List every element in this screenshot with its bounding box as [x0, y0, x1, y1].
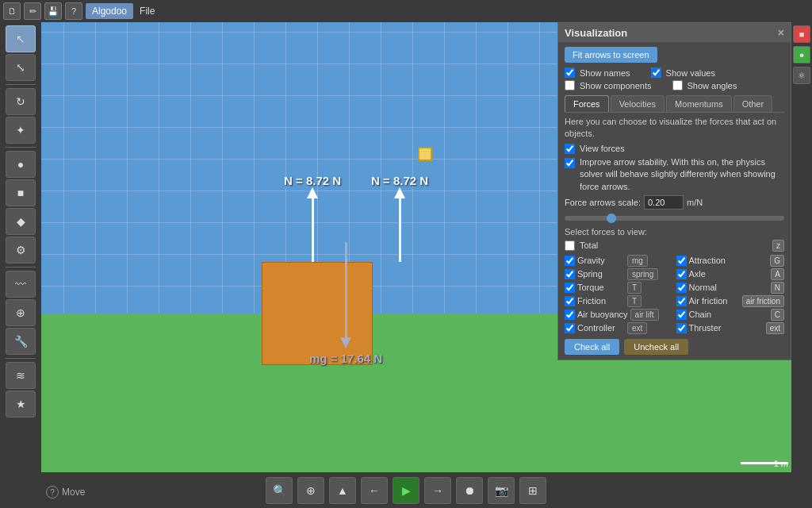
chain-label: Chain [689, 310, 737, 319]
show-names-checkbox[interactable] [565, 67, 575, 78]
improve-stability-label: Improve arrow stability. With this on, t… [580, 156, 784, 193]
step-btn[interactable]: → [424, 477, 451, 504]
axle-checkbox[interactable] [676, 269, 687, 279]
air-friction-row: Air friction air friction [676, 295, 785, 307]
arrow-shaft-up-right [399, 198, 401, 262]
air-buoyancy-row: Air buoyancy air lift [565, 309, 673, 321]
pan-tool[interactable]: ✦ [6, 117, 36, 144]
total-label: Total [580, 241, 627, 250]
force-scale-slider[interactable] [565, 216, 784, 221]
friction-row: Friction T [565, 295, 673, 307]
bottom-toolbar: ? Move 🔍 ⊕ ▲ ← ▶ → ⏺ 📷 ⊞ [0, 472, 812, 508]
file-menu[interactable]: File [133, 2, 161, 20]
force-arrow-gravity: mg = 17.64 N [309, 242, 382, 365]
force-scale-input[interactable] [644, 195, 684, 210]
air-friction-checkbox[interactable] [676, 296, 687, 306]
rotate-tool[interactable]: ↻ [6, 88, 36, 115]
force-label-1: N = 8.72 N [284, 174, 341, 187]
controller-label: Controller [577, 323, 625, 333]
screenshot-btn[interactable]: 📷 [488, 477, 515, 504]
show-components-checkbox[interactable] [565, 80, 575, 90]
force-scale-row: Force arrows scale: m/N [565, 195, 784, 210]
zoom-fit-btn[interactable]: ⊕ [297, 477, 324, 504]
torque-row: Torque T [565, 282, 673, 294]
hinge-tool[interactable]: ⊕ [6, 299, 36, 326]
edit-icon[interactable]: ✏ [24, 2, 41, 20]
normal-row: Normal N [676, 282, 785, 294]
help-circle-icon[interactable]: ? [46, 486, 59, 498]
fit-arrows-btn[interactable]: Fit arrows to screen [565, 47, 657, 63]
attraction-checkbox[interactable] [676, 256, 687, 266]
friction-checkbox[interactable] [565, 296, 575, 306]
show-angles-checkbox[interactable] [672, 80, 683, 90]
friction-label: Friction [577, 296, 625, 306]
laser-tool[interactable]: ★ [6, 391, 36, 418]
undo-btn[interactable]: ← [361, 477, 388, 504]
circle-tool[interactable]: ● [6, 151, 36, 178]
thruster-checkbox[interactable] [676, 323, 687, 333]
play-btn[interactable]: ▶ [393, 477, 419, 504]
show-components-label: Show components [580, 81, 652, 90]
gravity-row: Gravity mg [565, 255, 673, 267]
axle-label: Axle [689, 269, 737, 279]
gear-tool[interactable]: ⚙ [6, 237, 36, 264]
viz-body: Fit arrows to screen Show names Show val… [558, 42, 791, 360]
arrow-head-up-right [394, 187, 405, 198]
attraction-shortcut: G [770, 255, 784, 267]
total-checkbox[interactable] [565, 241, 575, 251]
normal-checkbox[interactable] [676, 283, 687, 293]
check-all-btn[interactable]: Check all [565, 339, 619, 355]
gravity-label: Gravity [577, 256, 625, 265]
show-names-label: Show names [580, 68, 630, 78]
view-forces-label: View forces [580, 144, 625, 153]
water-tool[interactable]: ≋ [6, 362, 36, 389]
polygon-tool[interactable]: ◆ [6, 208, 36, 235]
help-icon[interactable]: ? [65, 2, 82, 20]
select-tool[interactable]: ⤡ [6, 54, 36, 81]
show-values-label: Show values [666, 68, 715, 78]
controller-checkbox[interactable] [565, 323, 575, 333]
thruster-tool[interactable]: 🔧 [6, 328, 36, 355]
settings-btn[interactable]: ⊞ [519, 477, 546, 504]
show-values-checkbox[interactable] [651, 67, 661, 78]
color-icon[interactable]: ■ [793, 25, 810, 43]
zoom-in-btn[interactable]: 🔍 [266, 477, 293, 504]
spring-checkbox[interactable] [565, 269, 575, 279]
move-label-area: ? Move [46, 486, 85, 498]
palette-icon[interactable]: ● [793, 46, 810, 64]
record-btn[interactable]: ⏺ [456, 477, 483, 504]
thruster-shortcut: ext [766, 322, 784, 334]
select-forces-title: Select forces to view: [565, 227, 784, 237]
axle-shortcut: A [771, 268, 784, 280]
toolbar-sep-2 [6, 147, 36, 148]
save-icon[interactable]: 💾 [44, 2, 62, 20]
uncheck-all-btn[interactable]: Uncheck all [624, 339, 688, 355]
panel-bottom-btns: Check all Uncheck all [565, 339, 784, 355]
torque-checkbox[interactable] [565, 283, 575, 293]
small-object[interactable] [418, 147, 432, 161]
tab-forces[interactable]: Forces [565, 95, 609, 112]
move-tool[interactable]: ↖ [6, 25, 36, 52]
air-buoyancy-checkbox[interactable] [565, 310, 575, 320]
gravity-checkbox[interactable] [565, 256, 575, 266]
tab-other[interactable]: Other [733, 95, 773, 112]
viz-title-bar: Visualization × [558, 23, 791, 42]
physics-icon[interactable]: ⚛ [793, 67, 810, 84]
force-scale-label: Force arrows scale: [565, 198, 641, 207]
file-menu-icon[interactable]: 🗋 [3, 2, 21, 20]
show-angles-label: Show angles [688, 81, 737, 90]
zoom-out-btn[interactable]: ▲ [329, 477, 356, 504]
viz-close-btn[interactable]: × [778, 26, 784, 39]
tab-momentums[interactable]: Momentums [666, 95, 732, 112]
improve-stability-checkbox[interactable] [565, 158, 575, 168]
force-label-down: mg = 17.64 N [309, 352, 382, 365]
tab-velocities[interactable]: Velocities [611, 95, 665, 112]
view-forces-checkbox[interactable] [565, 144, 575, 154]
spring-tool[interactable]: 〰 [6, 271, 36, 298]
chain-checkbox[interactable] [676, 310, 687, 320]
viz-title: Visualization [565, 27, 627, 39]
box-tool[interactable]: ■ [6, 179, 36, 206]
attraction-row: Attraction G [676, 255, 785, 267]
attraction-label: Attraction [689, 256, 737, 265]
controller-row: Controller ext [565, 322, 673, 334]
